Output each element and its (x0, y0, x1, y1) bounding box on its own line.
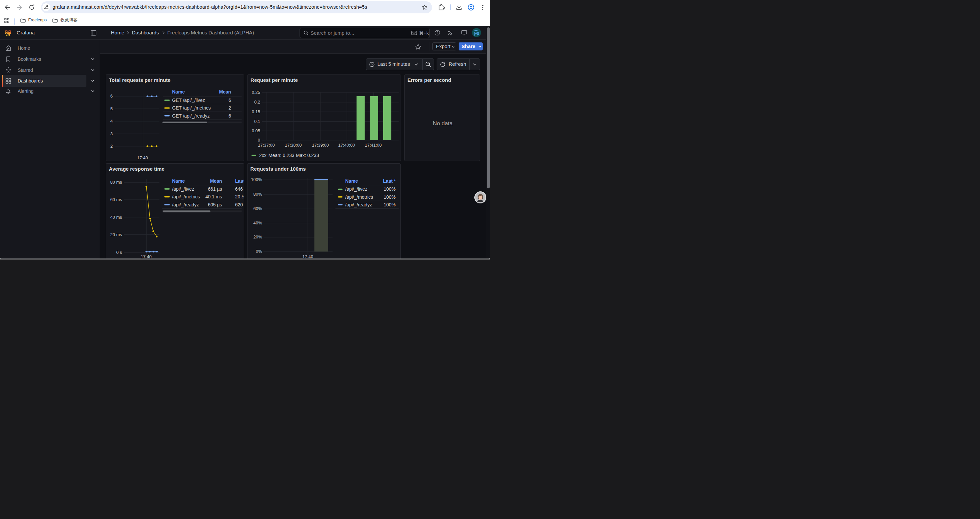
svg-text:Mean: Mean (210, 178, 222, 184)
svg-text:3: 3 (110, 131, 112, 136)
svg-text:100%: 100% (251, 177, 262, 182)
svg-text:17:37:00: 17:37:00 (258, 143, 275, 148)
svg-text:4: 4 (110, 118, 112, 124)
svg-text:100%: 100% (383, 186, 396, 192)
svg-text:40 ms: 40 ms (110, 215, 122, 220)
svg-text:/api/_/readyz: /api/_/readyz (345, 202, 372, 208)
svg-text:Max: 0.233: Max: 0.233 (296, 153, 319, 158)
svg-text:Name: Name (172, 178, 185, 184)
svg-text:GET /api/_/readyz: GET /api/_/readyz (172, 113, 210, 118)
svg-text:GET /api/_/metrics: GET /api/_/metrics (172, 105, 211, 110)
svg-text:2: 2 (110, 144, 112, 149)
svg-text:40%: 40% (253, 220, 262, 225)
svg-text:605 µs: 605 µs (208, 202, 222, 208)
svg-text:2xx: 2xx (259, 153, 267, 158)
svg-text:Name: Name (345, 178, 358, 184)
svg-text:20.5 ms: 20.5 ms (235, 194, 244, 200)
svg-text:17:40: 17:40 (141, 254, 152, 259)
svg-text:Last *: Last * (383, 178, 396, 184)
svg-text:17:39:00: 17:39:00 (312, 143, 329, 148)
svg-text:6: 6 (229, 113, 231, 118)
svg-text:0.15: 0.15 (252, 109, 260, 114)
svg-text:/api/_/readyz: /api/_/readyz (172, 202, 199, 208)
svg-text:17:38:00: 17:38:00 (285, 143, 302, 148)
svg-text:40.1 ms: 40.1 ms (205, 194, 222, 200)
svg-text:0: 0 (258, 137, 260, 143)
svg-text:60%: 60% (253, 206, 262, 211)
svg-text:0 s: 0 s (116, 250, 122, 255)
svg-text:0.25: 0.25 (252, 90, 260, 95)
svg-text:0%: 0% (256, 249, 262, 254)
svg-text:5: 5 (110, 106, 112, 111)
svg-text:0.05: 0.05 (252, 128, 260, 133)
svg-text:6: 6 (110, 94, 112, 99)
svg-text:620 µs: 620 µs (235, 202, 244, 208)
svg-text:661 µs: 661 µs (208, 186, 222, 192)
svg-text:100%: 100% (383, 202, 396, 208)
svg-text:60 ms: 60 ms (110, 197, 122, 202)
svg-text:Last *: Last * (235, 178, 244, 184)
svg-text:646 µs: 646 µs (235, 186, 244, 192)
svg-text:0.1: 0.1 (254, 119, 260, 124)
svg-text:0.2: 0.2 (254, 99, 260, 105)
svg-text:17:40: 17:40 (302, 254, 313, 259)
svg-text:/api/_/livez: /api/_/livez (345, 186, 367, 192)
svg-text:/api/_/metrics: /api/_/metrics (172, 194, 200, 200)
svg-text:/api/_/metrics: /api/_/metrics (345, 194, 373, 200)
svg-text:Mean: 0.233: Mean: 0.233 (269, 153, 294, 158)
svg-text:20%: 20% (253, 235, 262, 240)
svg-text:2: 2 (229, 105, 231, 110)
svg-text:80 ms: 80 ms (110, 180, 122, 185)
svg-text:/api/_/livez: /api/_/livez (172, 186, 194, 192)
svg-text:GET /api/_/livez: GET /api/_/livez (172, 97, 205, 103)
svg-text:17:40: 17:40 (137, 155, 148, 160)
svg-text:100%: 100% (383, 194, 396, 200)
svg-text:17:40:00: 17:40:00 (338, 143, 355, 148)
svg-text:Mean: Mean (219, 89, 231, 94)
svg-text:20 ms: 20 ms (110, 232, 122, 237)
svg-text:80%: 80% (253, 192, 262, 197)
svg-text:6: 6 (229, 97, 231, 103)
svg-text:17:41:00: 17:41:00 (365, 143, 382, 148)
svg-text:Name: Name (172, 89, 185, 94)
